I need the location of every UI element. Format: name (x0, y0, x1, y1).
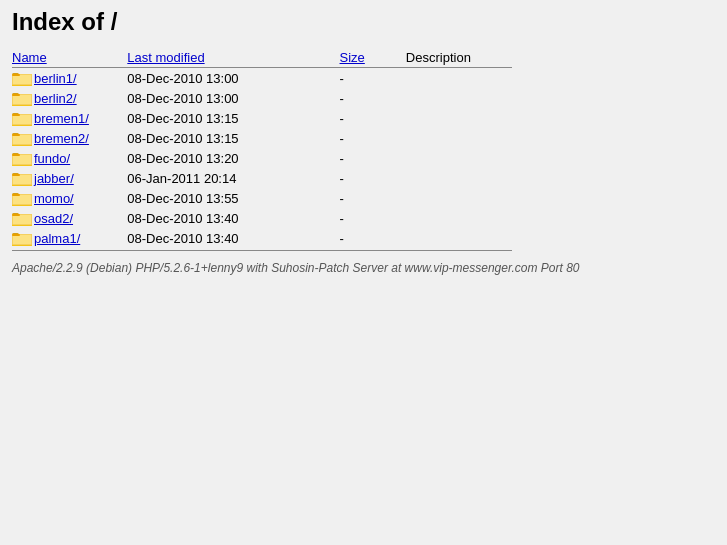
svg-rect-14 (13, 95, 31, 104)
file-modified: 08-Dec-2010 13:15 (127, 128, 339, 148)
svg-rect-30 (13, 135, 31, 144)
file-size: - (340, 168, 406, 188)
file-name-cell: palma1/ (12, 228, 127, 248)
folder-icon (12, 150, 32, 166)
svg-rect-39 (12, 154, 20, 156)
file-modified: 08-Dec-2010 13:40 (127, 228, 339, 248)
file-link[interactable]: palma1/ (34, 231, 80, 246)
file-name-cell: bremen1/ (12, 108, 127, 128)
file-listing-table: Name Last modified Size Description berl… (12, 48, 512, 248)
sort-by-modified[interactable]: Last modified (127, 50, 204, 65)
svg-rect-62 (13, 215, 31, 224)
folder-icon (12, 130, 32, 146)
file-link[interactable]: bremen1/ (34, 111, 89, 126)
file-link[interactable]: momo/ (34, 191, 74, 206)
file-modified: 08-Dec-2010 13:55 (127, 188, 339, 208)
server-info: Apache/2.2.9 (Debian) PHP/5.2.6-1+lenny9… (12, 261, 715, 275)
folder-icon (12, 210, 32, 226)
sort-by-name[interactable]: Name (12, 50, 47, 65)
file-modified: 06-Jan-2011 20:14 (127, 168, 339, 188)
file-name-cell: fundo/ (12, 148, 127, 168)
svg-rect-70 (13, 235, 31, 244)
file-modified: 08-Dec-2010 13:15 (127, 108, 339, 128)
svg-rect-6 (13, 75, 31, 84)
folder-icon (12, 170, 32, 186)
col-header-size[interactable]: Size (340, 48, 406, 68)
svg-rect-38 (13, 155, 31, 164)
file-name-cell: berlin1/ (12, 68, 127, 89)
folder-icon (12, 70, 32, 86)
table-row: berlin1/08-Dec-2010 13:00- (12, 68, 512, 89)
file-description (406, 68, 512, 89)
svg-rect-15 (12, 94, 20, 96)
svg-rect-54 (13, 195, 31, 204)
file-description (406, 168, 512, 188)
file-modified: 08-Dec-2010 13:20 (127, 148, 339, 168)
folder-icon (12, 90, 32, 106)
file-name-cell: bremen2/ (12, 128, 127, 148)
sort-by-size[interactable]: Size (340, 50, 365, 65)
folder-icon (12, 230, 32, 246)
table-row: fundo/08-Dec-2010 13:20- (12, 148, 512, 168)
file-description (406, 88, 512, 108)
file-description (406, 148, 512, 168)
file-description (406, 108, 512, 128)
file-size: - (340, 108, 406, 128)
svg-rect-71 (12, 234, 20, 236)
table-row: bremen1/08-Dec-2010 13:15- (12, 108, 512, 128)
table-row: palma1/08-Dec-2010 13:40- (12, 228, 512, 248)
file-size: - (340, 228, 406, 248)
file-size: - (340, 88, 406, 108)
file-link[interactable]: jabber/ (34, 171, 74, 186)
file-modified: 08-Dec-2010 13:00 (127, 88, 339, 108)
file-description (406, 128, 512, 148)
svg-rect-22 (13, 115, 31, 124)
table-row: berlin2/08-Dec-2010 13:00- (12, 88, 512, 108)
svg-rect-47 (12, 174, 20, 176)
file-link[interactable]: berlin2/ (34, 91, 77, 106)
page-title: Index of / (12, 8, 715, 36)
svg-rect-31 (12, 134, 20, 136)
table-row: momo/08-Dec-2010 13:55- (12, 188, 512, 208)
file-modified: 08-Dec-2010 13:00 (127, 68, 339, 89)
col-header-name[interactable]: Name (12, 48, 127, 68)
svg-rect-63 (12, 214, 20, 216)
col-header-modified[interactable]: Last modified (127, 48, 339, 68)
folder-icon (12, 190, 32, 206)
svg-rect-55 (12, 194, 20, 196)
svg-rect-23 (12, 114, 20, 116)
file-size: - (340, 128, 406, 148)
footer-divider (12, 250, 512, 251)
file-description (406, 208, 512, 228)
file-link[interactable]: berlin1/ (34, 71, 77, 86)
file-description (406, 188, 512, 208)
file-size: - (340, 68, 406, 89)
file-link[interactable]: fundo/ (34, 151, 70, 166)
file-size: - (340, 148, 406, 168)
file-size: - (340, 208, 406, 228)
file-name-cell: berlin2/ (12, 88, 127, 108)
table-row: osad2/08-Dec-2010 13:40- (12, 208, 512, 228)
table-row: jabber/06-Jan-2011 20:14- (12, 168, 512, 188)
svg-rect-46 (13, 175, 31, 184)
file-link[interactable]: osad2/ (34, 211, 73, 226)
file-name-cell: momo/ (12, 188, 127, 208)
file-description (406, 228, 512, 248)
svg-rect-7 (12, 74, 20, 76)
file-link[interactable]: bremen2/ (34, 131, 89, 146)
folder-icon (12, 110, 32, 126)
col-header-description: Description (406, 48, 512, 68)
file-name-cell: jabber/ (12, 168, 127, 188)
file-name-cell: osad2/ (12, 208, 127, 228)
file-modified: 08-Dec-2010 13:40 (127, 208, 339, 228)
file-size: - (340, 188, 406, 208)
table-row: bremen2/08-Dec-2010 13:15- (12, 128, 512, 148)
